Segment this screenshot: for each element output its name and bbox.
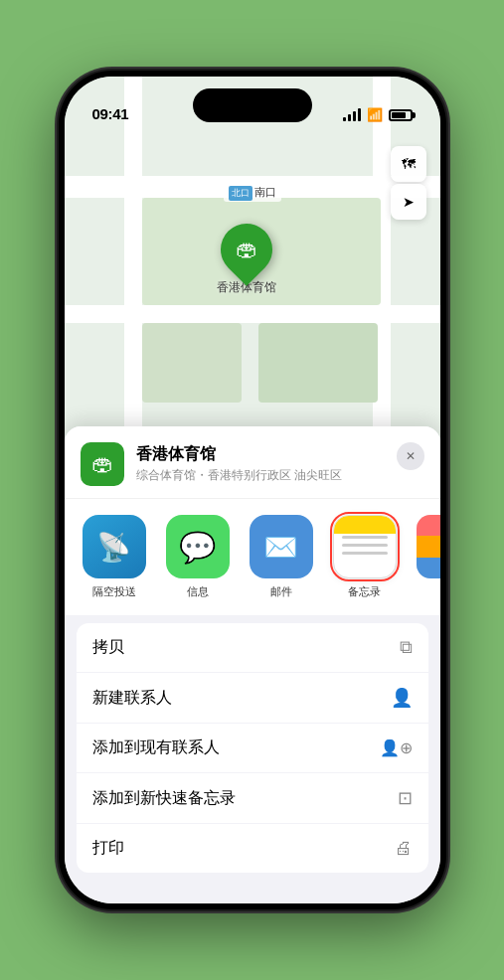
signal-bar-4 xyxy=(358,108,361,121)
message-icon: 💬 xyxy=(179,530,216,565)
close-icon: ✕ xyxy=(406,449,416,463)
action-print-label: 打印 xyxy=(92,838,124,859)
notes-lines xyxy=(342,536,388,560)
venue-subtitle: 综合体育馆・香港特别行政区 油尖旺区 xyxy=(136,467,424,484)
action-new-contact[interactable]: 新建联系人 👤 xyxy=(77,673,428,724)
message-label: 信息 xyxy=(187,584,209,599)
action-print[interactable]: 打印 🖨 xyxy=(77,824,428,873)
battery-fill xyxy=(392,112,406,118)
mail-icon: ✉️ xyxy=(263,531,298,564)
notes-line-2 xyxy=(342,544,388,547)
share-item-airdrop[interactable]: 📡 隔空投送 xyxy=(81,515,148,599)
action-add-contact-label: 添加到现有联系人 xyxy=(92,737,220,758)
map-layers-icon: 🗺 xyxy=(402,156,416,172)
share-row: 📡 隔空投送 💬 信息 ✉️ 邮件 xyxy=(65,498,440,615)
venue-name: 香港体育馆 xyxy=(136,444,424,465)
phone-frame: 09:41 📶 xyxy=(59,71,446,909)
venue-header: 🏟 香港体育馆 综合体育馆・香港特别行政区 油尖旺区 ✕ xyxy=(65,426,440,498)
stadium-icon: 🏟 xyxy=(236,237,257,262)
share-item-mail[interactable]: ✉️ 邮件 xyxy=(248,515,315,599)
status-icons: 📶 xyxy=(343,107,413,122)
close-button[interactable]: ✕ xyxy=(397,442,424,470)
signal-bar-1 xyxy=(343,117,346,121)
mail-icon-box: ✉️ xyxy=(250,515,313,578)
action-add-contact[interactable]: 添加到现有联系人 👤⊕ xyxy=(77,724,428,773)
notes-top-bar xyxy=(334,516,396,534)
mail-label: 邮件 xyxy=(270,584,292,599)
battery-icon xyxy=(389,109,413,121)
notes-line-1 xyxy=(342,536,388,539)
action-add-notes-label: 添加到新快速备忘录 xyxy=(92,788,236,809)
venue-stadium-icon: 🏟 xyxy=(91,451,113,477)
action-list: 拷贝 ⧉ 新建联系人 👤 添加到现有联系人 👤⊕ 添加到新快速备忘录 ⊡ 打印 xyxy=(77,623,428,873)
add-notes-icon: ⊡ xyxy=(398,787,413,809)
map-controls: 🗺 ➤ xyxy=(391,146,426,220)
signal-bar-3 xyxy=(353,111,356,121)
add-contact-icon: 👤⊕ xyxy=(380,738,413,757)
share-item-message[interactable]: 💬 信息 xyxy=(164,515,232,599)
signal-bar-2 xyxy=(348,114,351,121)
signal-bars-icon xyxy=(343,109,361,121)
new-contact-icon: 👤 xyxy=(391,687,413,709)
map-layers-button[interactable]: 🗺 xyxy=(391,146,426,182)
phone-screen: 09:41 📶 xyxy=(65,77,440,903)
notes-line-3 xyxy=(342,552,388,555)
marker-circle: 🏟 xyxy=(210,213,283,286)
notes-icon-box xyxy=(333,515,397,578)
location-arrow-icon: ➤ xyxy=(403,194,415,210)
dynamic-island xyxy=(193,88,312,122)
map-label-badge: 北口 xyxy=(229,186,252,201)
more-icon-box xyxy=(417,515,440,578)
map-block-3 xyxy=(258,323,378,403)
venue-icon: 🏟 xyxy=(81,442,124,486)
bottom-sheet: 🏟 香港体育馆 综合体育馆・香港特别行政区 油尖旺区 ✕ 📡 隔空投送 xyxy=(65,426,440,903)
action-add-notes[interactable]: 添加到新快速备忘录 ⊡ xyxy=(77,773,428,824)
airdrop-icon: 📡 xyxy=(96,531,131,564)
map-block-2 xyxy=(142,323,242,403)
status-time: 09:41 xyxy=(92,105,129,122)
action-new-contact-label: 新建联系人 xyxy=(92,688,172,709)
wifi-icon: 📶 xyxy=(367,107,383,122)
share-item-notes[interactable]: 备忘录 xyxy=(331,515,399,599)
location-marker: 🏟 香港体育馆 xyxy=(217,224,276,296)
action-copy-label: 拷贝 xyxy=(92,637,124,658)
airdrop-icon-box: 📡 xyxy=(83,515,146,578)
airdrop-label: 隔空投送 xyxy=(92,584,136,599)
action-copy[interactable]: 拷贝 ⧉ xyxy=(77,623,428,673)
notes-label: 备忘录 xyxy=(348,584,381,599)
copy-icon: ⧉ xyxy=(400,637,413,658)
venue-info: 香港体育馆 综合体育馆・香港特别行政区 油尖旺区 xyxy=(136,444,424,484)
share-item-more[interactable]: 提 xyxy=(415,515,440,599)
map-label-south: 北口南口 xyxy=(224,184,281,202)
message-icon-box: 💬 xyxy=(166,515,230,578)
map-location-button[interactable]: ➤ xyxy=(391,184,426,220)
print-icon: 🖨 xyxy=(395,838,413,859)
